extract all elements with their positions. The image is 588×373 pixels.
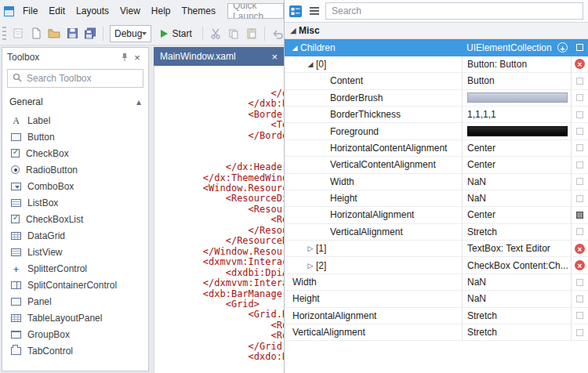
property-row-height-item[interactable]: Height NaN — [285, 190, 588, 207]
collection-options-icon[interactable] — [576, 44, 583, 51]
toolbox-item-checkbox[interactable]: CheckBox — [2, 145, 148, 161]
serialize-checkbox[interactable] — [576, 212, 583, 219]
property-value[interactable]: NaN — [467, 277, 486, 288]
new-file-icon[interactable] — [28, 26, 44, 42]
toolbox-item-label[interactable]: Label — [2, 112, 148, 129]
property-row-borderthickness[interactable]: BorderThickness 1,1,1,1 — [285, 107, 588, 123]
property-value[interactable]: 1,1,1,1 — [467, 109, 496, 120]
close-icon[interactable] — [131, 51, 143, 63]
property-row-width[interactable]: Width NaN — [285, 274, 588, 291]
property-row-content[interactable]: Content Button — [285, 73, 588, 89]
toolbox-item-listbox[interactable]: ListBox — [2, 194, 148, 211]
property-value[interactable]: Center — [467, 159, 495, 170]
toolbox-item-listview[interactable]: ListView — [2, 244, 148, 260]
close-icon[interactable] — [271, 51, 278, 63]
toolbox-item-datagrid[interactable]: DataGrid — [2, 227, 148, 244]
property-value[interactable]: Button — [467, 75, 495, 86]
start-button[interactable]: Start — [155, 25, 197, 42]
property-value[interactable]: Center — [467, 209, 495, 220]
property-row-item-2[interactable]: [2] CheckBox Content:Ch... — [285, 257, 588, 273]
serialize-checkbox[interactable] — [576, 144, 583, 151]
remove-item-icon[interactable] — [575, 244, 585, 254]
quick-launch-input[interactable]: Quick Launch — [227, 3, 284, 19]
property-value[interactable]: Stretch — [467, 327, 497, 338]
pin-icon[interactable] — [118, 51, 131, 63]
toolbox-item-tablelayoutpanel[interactable]: TableLayoutPanel — [2, 310, 148, 326]
toolbox-category-general[interactable]: General — [2, 92, 148, 112]
serialize-checkbox[interactable] — [576, 161, 583, 168]
toolbox-item-combobox[interactable]: ComboBox — [2, 178, 148, 194]
cut-icon[interactable] — [208, 26, 223, 42]
property-value[interactable]: NaN — [467, 176, 486, 187]
menu-file[interactable]: File — [17, 2, 43, 20]
property-row-width-item[interactable]: Width NaN — [285, 174, 588, 190]
toolbox-item-button[interactable]: Button — [2, 129, 148, 145]
collapse-icon[interactable] — [288, 27, 299, 34]
remove-item-icon[interactable] — [575, 260, 585, 270]
property-value[interactable]: NaN — [467, 193, 486, 204]
open-folder-icon[interactable] — [46, 26, 62, 42]
foreground-color-swatch[interactable] — [467, 126, 568, 136]
expand-icon[interactable] — [305, 262, 316, 270]
property-row-verticalalignment-item[interactable]: VerticalAlignment Stretch — [285, 224, 588, 241]
save-icon[interactable] — [64, 26, 80, 42]
toolbox-item-splitcontainercontrol[interactable]: SplitContainerControl — [2, 277, 148, 293]
serialize-checkbox[interactable] — [576, 228, 583, 235]
serialize-checkbox[interactable] — [576, 111, 583, 118]
toolbox-item-radiobutton[interactable]: RadioButton — [2, 161, 148, 178]
serialize-checkbox[interactable] — [576, 94, 583, 101]
menu-layouts[interactable]: Layouts — [71, 2, 114, 20]
categorized-view-icon[interactable] — [288, 3, 303, 19]
property-row-item-0[interactable]: [0] Button: Button — [285, 56, 588, 73]
paste-icon[interactable] — [244, 26, 260, 42]
collapse-icon[interactable] — [289, 44, 300, 52]
toolbox-item-checkboxlist[interactable]: CheckBoxList — [2, 211, 148, 227]
copy-icon[interactable] — [226, 26, 241, 42]
remove-item-icon[interactable] — [575, 59, 585, 69]
code-editor[interactable]: </dx </dxb:Ba <Border <Tex </Border </dx… — [154, 66, 284, 373]
property-row-verticalcontentalignment[interactable]: VerticalContentAlignment Center — [285, 157, 588, 173]
tab-mainwindow-xaml[interactable]: MainWindow.xaml — [154, 47, 284, 66]
new-item-icon[interactable] — [10, 26, 26, 42]
property-row-borderbrush[interactable]: BorderBrush — [285, 90, 588, 107]
serialize-checkbox[interactable] — [576, 178, 583, 185]
serialize-checkbox[interactable] — [576, 312, 583, 319]
property-value[interactable]: NaN — [467, 293, 486, 304]
serialize-checkbox[interactable] — [576, 128, 583, 135]
alphabetical-view-icon[interactable] — [307, 3, 322, 19]
collapse-icon[interactable] — [305, 60, 316, 68]
save-all-icon[interactable] — [82, 26, 98, 42]
menu-help[interactable]: Help — [146, 2, 176, 20]
property-row-height[interactable]: Height NaN — [285, 291, 588, 307]
toolbox-search-input[interactable]: Search Toolbox — [7, 69, 143, 88]
property-value[interactable]: Stretch — [467, 226, 497, 237]
toolbox-item-groupbox[interactable]: GroupBox — [2, 326, 148, 342]
properties-search-input[interactable]: Search — [325, 2, 583, 20]
undo-icon[interactable] — [270, 26, 285, 42]
property-row-horizontalalignment-item[interactable]: HorizontalAlignment Center — [285, 207, 588, 223]
toolbox-item-splittercontrol[interactable]: SplitterControl — [2, 260, 148, 277]
property-row-horizontalalignment[interactable]: HorizontalAlignment Stretch — [285, 308, 588, 324]
serialize-checkbox[interactable] — [576, 279, 583, 286]
toolbox-item-tabcontrol[interactable]: TabControl — [2, 342, 148, 359]
menu-edit[interactable]: Edit — [43, 2, 71, 20]
toolbox-header[interactable]: Toolbox — [2, 48, 148, 67]
add-item-icon[interactable] — [557, 42, 568, 53]
debug-config-select[interactable]: Debug — [110, 25, 151, 42]
toolbox-item-panel[interactable]: Panel — [2, 293, 148, 310]
property-row-verticalalignment[interactable]: VerticalAlignment Stretch — [285, 324, 588, 341]
toolbar-grip[interactable] — [2, 27, 6, 41]
property-row-horizontalcontentalignment[interactable]: HorizontalContentAlignment Center — [285, 140, 588, 157]
property-category-misc[interactable]: Misc — [285, 23, 588, 39]
serialize-checkbox[interactable] — [576, 295, 583, 302]
property-row-foreground[interactable]: Foreground — [285, 123, 588, 139]
expand-icon[interactable] — [305, 244, 316, 252]
property-row-item-1[interactable]: [1] TextBox: Text Editor — [285, 241, 588, 257]
borderbrush-color-swatch[interactable] — [467, 92, 568, 103]
serialize-checkbox[interactable] — [576, 329, 583, 336]
property-row-children[interactable]: Children UIElementCollection — [285, 39, 588, 56]
menu-view[interactable]: View — [114, 2, 146, 20]
property-value[interactable]: Center — [467, 143, 495, 154]
serialize-checkbox[interactable] — [576, 78, 583, 85]
serialize-checkbox[interactable] — [576, 195, 583, 202]
